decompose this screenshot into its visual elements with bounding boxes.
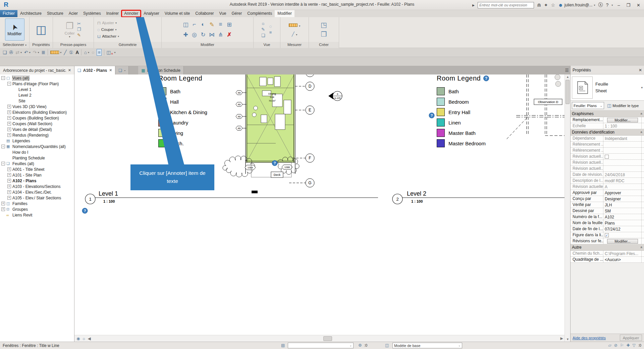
expand-icon[interactable]: + xyxy=(7,128,11,131)
exclude-links-toggle-icon[interactable]: ⊘ xyxy=(614,343,618,348)
panel-label-view[interactable]: Vue xyxy=(254,42,280,48)
reveal-hidden-icon[interactable]: ☼ xyxy=(82,336,86,341)
panel-label-modify[interactable]: Modifier xyxy=(162,42,253,48)
move-icon[interactable]: ✚ xyxy=(183,31,188,38)
tab-systemes[interactable]: Systèmes xyxy=(80,10,104,17)
expand-icon[interactable]: + xyxy=(7,122,11,126)
exchange-apps-icon[interactable]: Ⓧ xyxy=(598,2,603,8)
text-icon[interactable]: A xyxy=(75,50,79,55)
create-group-icon[interactable]: ❒ xyxy=(321,30,327,38)
match-type-icon[interactable]: ✎ xyxy=(76,33,82,38)
revisions-on-sheet-button[interactable]: Modifier... xyxy=(607,239,638,244)
panel-label-properties[interactable]: Propriétés xyxy=(30,42,53,48)
steering-wheel-icon[interactable]: ◉ xyxy=(76,336,80,341)
tab-modifier[interactable]: Modifier xyxy=(275,10,294,17)
panel-label-measure[interactable]: Mesurer xyxy=(280,42,309,48)
panel-label-select[interactable]: Sélectionner ▾ xyxy=(0,42,29,48)
expand-icon[interactable]: + xyxy=(1,207,5,211)
search-expand-icon[interactable]: ▸ xyxy=(472,2,475,8)
close-icon[interactable]: ✕ xyxy=(639,68,642,72)
design-options-icon[interactable]: ◫ xyxy=(385,343,389,348)
collapse-section-icon[interactable]: « xyxy=(640,113,644,115)
apply-button[interactable]: Appliquer xyxy=(620,335,642,341)
tag-by-category-icon[interactable]: ① xyxy=(69,50,73,55)
expand-icon[interactable]: + xyxy=(7,116,11,120)
measure-button[interactable]: ▾ xyxy=(289,22,300,28)
split-icon[interactable]: ⋔ xyxy=(218,31,223,38)
hscroll-thumb[interactable] xyxy=(323,336,332,341)
nav-widget[interactable] xyxy=(555,81,561,87)
legend-component-icon[interactable]: ◳ xyxy=(321,21,327,29)
canvas-vertical-scrollbar[interactable]: ▲ ▼ xyxy=(565,74,570,342)
tab-acier[interactable]: Acier xyxy=(66,10,80,17)
cut-geometry-button[interactable]: ◌Couper▾ xyxy=(97,27,116,33)
delete-icon[interactable]: ✗ xyxy=(227,31,231,38)
tab-vue[interactable]: Vue xyxy=(217,10,229,17)
expand-icon[interactable]: + xyxy=(7,105,11,108)
tree-item-how-do-i[interactable]: How do I xyxy=(0,149,74,155)
revision-checkbox[interactable] xyxy=(605,155,609,159)
join-geometry-button[interactable]: ⊔Attacher▾ xyxy=(97,33,119,40)
design-option-select[interactable]: Modèle de base⌄ xyxy=(392,343,462,348)
panel-label-create[interactable]: Créer xyxy=(309,42,339,48)
section-icon[interactable]: ○ xyxy=(92,50,94,55)
tree-item-a105[interactable]: +A105 - Elev./ Stair Sections xyxy=(0,195,74,201)
cut-profile-icon[interactable]: ◐ xyxy=(201,21,205,28)
exclude-options-toggle-icon[interactable]: ▱ xyxy=(608,343,611,348)
tab-fichier[interactable]: Fichier xyxy=(0,10,17,17)
canvas-horizontal-scrollbar[interactable]: ◉ ☼ ◀ ▶ xyxy=(74,335,565,342)
collapse-icon[interactable]: − xyxy=(1,76,5,80)
tree-item-feuilles[interactable]: −❏Feuilles (all) xyxy=(0,161,74,166)
tree-item-planting-schedule[interactable]: Planting Schedule xyxy=(0,155,74,161)
search-icon[interactable]: ⋒ xyxy=(537,2,541,8)
tree-item-a103[interactable]: +A103 - Elevations/Sections xyxy=(0,184,74,189)
close-icon[interactable]: ✕ xyxy=(68,68,71,72)
sync-icon[interactable]: ⇄ xyxy=(15,50,19,55)
tree-item-level1[interactable]: Level 1 xyxy=(0,87,74,92)
cut-icon[interactable]: ✂ xyxy=(76,21,82,26)
section-autre[interactable]: Autre« xyxy=(571,244,644,251)
modify-tool-button[interactable]: ➤ Modifier xyxy=(5,18,24,41)
help-icon[interactable]: ? xyxy=(606,2,608,8)
section-graphismes[interactable]: Graphismes« xyxy=(571,111,644,117)
expand-icon[interactable]: + xyxy=(7,179,11,183)
paste-button[interactable]: ❐ Coller ▾ xyxy=(64,21,74,38)
close-button[interactable]: ✕ xyxy=(635,3,642,8)
tab-complements[interactable]: Compléments xyxy=(245,10,275,17)
tree-item-a101[interactable]: +A101 - Site Plan xyxy=(0,172,74,178)
tree-item-vues-detail[interactable]: +Vues de détail (Detail) xyxy=(0,127,74,132)
tree-item-vues[interactable]: −▢Vues (all) xyxy=(0,75,74,81)
graphics-override-icon[interactable]: ✎ xyxy=(260,27,266,32)
tab-list-icon[interactable]: ☰ xyxy=(565,68,569,73)
workset-select[interactable]: ⌄ xyxy=(288,343,354,348)
expand-icon[interactable]: + xyxy=(7,173,11,177)
tree-item-rendus[interactable]: +Rendus (Rendering) xyxy=(0,132,74,138)
tree-item-coupes-building[interactable]: +Coupes (Building Section) xyxy=(0,115,74,121)
tree-item-a104[interactable]: +A104 - Elev./Sec./Det. xyxy=(0,189,74,195)
favorites-star-icon[interactable]: ☆ xyxy=(551,2,555,8)
expand-icon[interactable]: + xyxy=(7,167,11,171)
aligned-dimension-qat-icon[interactable]: ╱ xyxy=(64,50,66,55)
array-icon[interactable]: ⊞ xyxy=(227,21,231,28)
minimize-button[interactable]: – xyxy=(616,3,622,8)
edit-type-button[interactable]: ◫Modifier le type xyxy=(605,102,640,109)
mirror-icon[interactable]: ⋈ xyxy=(209,31,215,38)
tree-item-a001[interactable]: +A001 - Title Sheet xyxy=(0,166,74,172)
collapse-icon[interactable]: − xyxy=(1,145,5,148)
restore-button[interactable]: ❐ xyxy=(625,3,632,8)
save-icon[interactable]: ✇ xyxy=(9,50,13,55)
tab-annoter[interactable]: Annoter xyxy=(121,10,141,17)
drawing-area[interactable]: Dining 104 70 m² 4646 4646 DE FG xyxy=(74,74,565,335)
type-selector-caret-icon[interactable]: ▾ xyxy=(641,86,643,89)
tree-item-vues-3d[interactable]: +Vues 3D (3D View) xyxy=(0,104,74,109)
appears-in-sheet-list-checkbox[interactable]: ✓ xyxy=(605,233,609,237)
communication-center-icon[interactable]: ✦ xyxy=(544,2,548,8)
tree-item-familles[interactable]: +◫Familles xyxy=(0,201,74,206)
tree-item-a102[interactable]: +A102 - Plans xyxy=(0,178,74,184)
drag-elements-toggle-icon[interactable]: ✚ xyxy=(627,343,630,348)
print-icon[interactable]: ≣ xyxy=(42,50,46,55)
render-icon[interactable]: ◌ xyxy=(268,24,274,29)
properties-filter-select[interactable]: Feuille: Plans⌄ xyxy=(572,102,604,109)
tab-collaborer[interactable]: Collaborer xyxy=(193,10,216,17)
type-selector[interactable]: Feuille Sheet ▾ xyxy=(571,74,644,101)
